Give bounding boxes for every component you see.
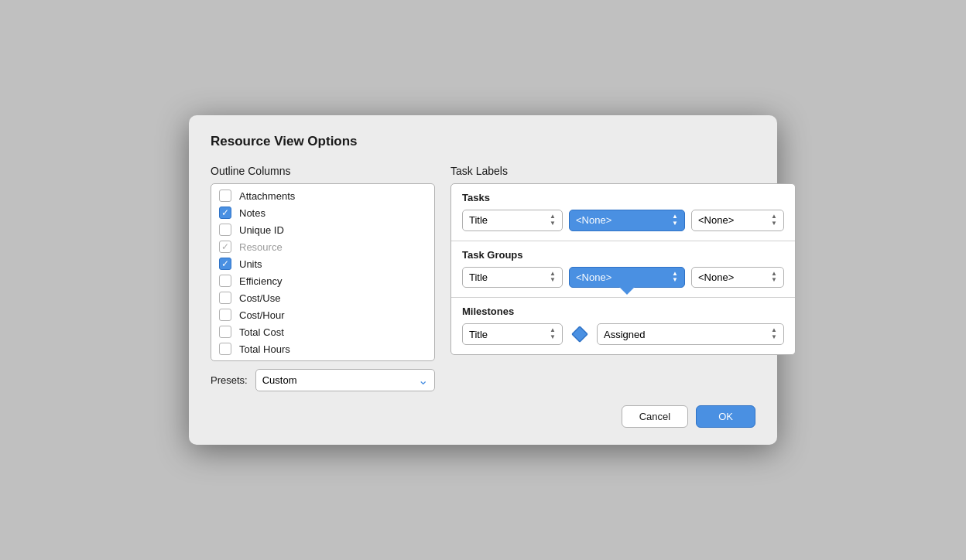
svg-rect-0 [572, 326, 587, 342]
taskgroups-col1-value: Title [469, 271, 488, 283]
right-panel: Task Labels Tasks Title ▲▼ <None> ▲▼ [450, 165, 796, 391]
taskgroups-col2-value: <None> [576, 271, 611, 283]
totalcost-checkbox[interactable] [219, 326, 231, 338]
chevron-updown-icon: ▲▼ [672, 271, 678, 285]
left-panel: Outline Columns Attachments ✓ Notes Uniq… [211, 165, 435, 391]
list-item: Cost/Use [211, 289, 434, 306]
presets-value: Custom [262, 374, 297, 386]
notes-checkbox[interactable]: ✓ [219, 207, 231, 219]
dialog-title: Resource View Options [211, 134, 755, 149]
chevron-updown-icon: ▲▼ [550, 271, 556, 285]
list-item: Total Cost [211, 323, 434, 340]
chevron-updown-icon: ▲▼ [672, 213, 678, 227]
milestones-section: Milestones Title ▲▼ Assigned ▲▼ [451, 298, 795, 354]
list-item: ✓ Notes [211, 204, 434, 221]
chevron-updown-icon: ▲▼ [771, 327, 777, 341]
chevron-down-icon: ⌄ [418, 373, 428, 388]
list-item: Total Hours [211, 340, 434, 357]
units-checkbox[interactable]: ✓ [219, 258, 231, 270]
milestones-col1-value: Title [469, 329, 488, 340]
tasks-col3-value: <None> [698, 214, 734, 226]
cancel-button[interactable]: Cancel [622, 405, 688, 428]
tasks-col2-dropdown[interactable]: <None> ▲▼ [569, 210, 685, 231]
list-item: ✓ Units [211, 255, 434, 272]
list-item: ✓ Resource [211, 238, 434, 255]
chevron-updown-icon: ▲▼ [771, 213, 777, 227]
totalhours-checkbox[interactable] [219, 343, 231, 355]
task-labels-box: Tasks Title ▲▼ <None> ▲▼ <None> ▲▼ [450, 183, 796, 355]
costuse-checkbox[interactable] [219, 292, 231, 304]
chevron-updown-icon: ▲▼ [550, 327, 556, 341]
resource-checkbox: ✓ [219, 241, 231, 253]
totalcost-label: Total Cost [239, 326, 284, 338]
task-groups-section: Task Groups Title ▲▼ <None> ▲▼ [451, 241, 795, 299]
resource-view-options-dialog: Resource View Options Outline Columns At… [189, 115, 777, 445]
tasks-col1-value: Title [469, 214, 488, 226]
tasks-section-title: Tasks [462, 192, 784, 203]
units-label: Units [239, 258, 262, 270]
milestones-col3-dropdown[interactable]: Assigned ▲▼ [597, 323, 784, 345]
presets-dropdown[interactable]: Custom ⌄ [255, 369, 435, 391]
milestone-diamond-icon [569, 323, 591, 345]
costuse-label: Cost/Use [239, 292, 280, 304]
costhour-checkbox[interactable] [219, 309, 231, 321]
attachments-checkbox[interactable] [219, 190, 231, 202]
notes-label: Notes [239, 207, 265, 219]
presets-row: Presets: Custom ⌄ [211, 369, 435, 391]
outline-columns-label: Outline Columns [211, 165, 435, 177]
resource-label: Resource [239, 241, 283, 253]
tasks-col3-dropdown[interactable]: <None> ▲▼ [691, 210, 784, 231]
list-item: Efficiency [211, 272, 434, 289]
taskgroups-col2-dropdown[interactable]: <None> ▲▼ [569, 267, 685, 289]
milestones-section-title: Milestones [462, 306, 784, 317]
milestones-col1-dropdown[interactable]: Title ▲▼ [462, 323, 563, 345]
efficiency-checkbox[interactable] [219, 275, 231, 287]
attachments-label: Attachments [239, 190, 295, 202]
totalhours-label: Total Hours [239, 343, 290, 355]
list-item: Unique ID [211, 221, 434, 238]
dialog-body: Outline Columns Attachments ✓ Notes Uniq… [211, 165, 755, 391]
taskgroups-col1-dropdown[interactable]: Title ▲▼ [462, 267, 563, 289]
task-groups-section-title: Task Groups [462, 249, 784, 261]
list-item: Cost/Hour [211, 306, 434, 323]
tasks-col2-value: <None> [576, 214, 611, 226]
milestones-row: Title ▲▼ Assigned ▲▼ [462, 323, 784, 345]
taskgroups-col3-dropdown[interactable]: <None> ▲▼ [691, 267, 784, 289]
dialog-footer: Cancel OK [211, 405, 755, 428]
presets-label: Presets: [211, 374, 248, 386]
tasks-row: Title ▲▼ <None> ▲▼ <None> ▲▼ [462, 210, 784, 231]
ok-button[interactable]: OK [696, 405, 755, 428]
list-item: Attachments [211, 187, 434, 204]
outline-columns-list: Attachments ✓ Notes Unique ID ✓ Resource [211, 183, 435, 361]
task-groups-row: Title ▲▼ <None> ▲▼ <None> ▲▼ [462, 267, 784, 289]
efficiency-label: Efficiency [239, 275, 282, 287]
chevron-updown-icon: ▲▼ [771, 271, 777, 285]
uniqueid-checkbox[interactable] [219, 224, 231, 236]
chevron-updown-icon: ▲▼ [550, 213, 556, 227]
costhour-label: Cost/Hour [239, 309, 285, 321]
task-labels-label: Task Labels [450, 165, 796, 177]
taskgroups-col3-value: <None> [698, 271, 734, 283]
tasks-col1-dropdown[interactable]: Title ▲▼ [462, 210, 563, 231]
milestones-col3-value: Assigned [604, 329, 645, 340]
uniqueid-label: Unique ID [239, 224, 284, 236]
tasks-section: Tasks Title ▲▼ <None> ▲▼ <None> ▲▼ [451, 184, 795, 241]
